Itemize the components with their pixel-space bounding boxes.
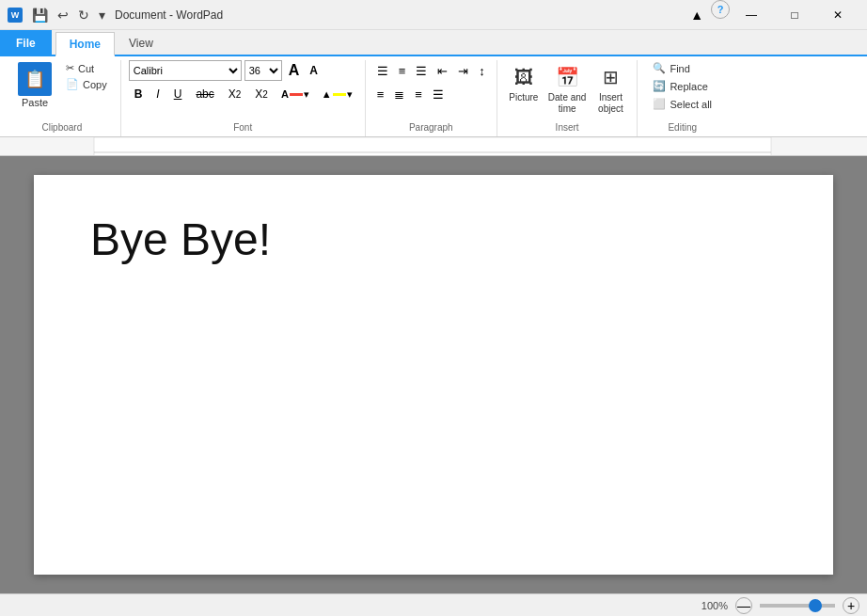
clipboard-content: 📋 Paste ✂ Cut 📄 Copy	[11, 60, 113, 120]
copy-icon: 📄	[66, 78, 79, 90]
align-justify-button[interactable]: ☰	[429, 84, 448, 104]
ribbon-tabs: File Home View	[0, 30, 867, 56]
select-all-button[interactable]: ⬜ Select all	[645, 96, 719, 112]
zoom-in-button[interactable]: +	[843, 597, 859, 614]
status-bar: 100% — +	[0, 593, 867, 616]
paragraph-label: Paragraph	[373, 120, 489, 136]
cut-copy-buttons: ✂ Cut 📄 Copy	[60, 60, 113, 92]
font-color-button[interactable]: A ▾	[276, 84, 314, 104]
paragraph-controls: ☰ ≡ ☰ ⇤ ⇥ ↕ ≡ ≣ ≡ ☰	[373, 60, 489, 104]
document-area[interactable]: Bye Bye!	[0, 156, 867, 593]
highlight-icon: ▲	[322, 88, 332, 100]
app-icon: W	[8, 8, 23, 23]
title-bar: W 💾 ↩ ↻ ▾ Document - WordPad ▲ ? — □ ✕	[0, 0, 867, 30]
align-right-button[interactable]: ≡	[411, 84, 426, 104]
replace-button[interactable]: 🔄 Replace	[645, 78, 719, 94]
maximize-button[interactable]: □	[773, 0, 816, 30]
font-color-swatch	[290, 93, 303, 96]
paste-icon: 📋	[18, 62, 52, 96]
insert-label: Insert	[505, 120, 630, 136]
close-button[interactable]: ✕	[816, 0, 859, 30]
picture-icon: 🖼	[509, 62, 539, 92]
window-controls: ▲ ? — □ ✕	[685, 0, 859, 30]
superscript-button[interactable]: X2	[249, 84, 274, 104]
editing-group: 🔍 Find 🔄 Replace ⬜ Select all Editing	[638, 60, 727, 136]
paste-button[interactable]: 📋 Paste	[11, 60, 58, 110]
line-spacing-button[interactable]: ↕	[475, 60, 489, 81]
replace-label: Replace	[670, 81, 707, 92]
insert-object-button[interactable]: ⊞ Insertobject	[591, 60, 629, 117]
title-bar-left: W 💾 ↩ ↻ ▾ Document - WordPad	[8, 6, 223, 24]
indent-decrease-button[interactable]: ⇤	[434, 60, 451, 81]
ribbon-collapse-button[interactable]: ▲	[685, 0, 709, 30]
insert-content: 🖼 Picture 📅 Date andtime ⊞ Insertobject	[505, 60, 630, 120]
align-center-button[interactable]: ≣	[390, 84, 408, 104]
font-label: Font	[129, 120, 357, 136]
strikethrough-button[interactable]: abc	[190, 84, 219, 104]
font-controls: Calibri Arial Times New Roman 36 891011 …	[129, 60, 357, 104]
help-button[interactable]: ?	[711, 0, 730, 19]
clipboard-group: 📋 Paste ✂ Cut 📄 Copy Clipboard	[4, 60, 121, 136]
underline-button[interactable]: U	[168, 84, 188, 104]
replace-icon: 🔄	[653, 80, 666, 92]
align-left-button[interactable]: ≡	[373, 84, 388, 104]
select-all-icon: ⬜	[653, 98, 666, 110]
find-label: Find	[670, 63, 689, 74]
cut-icon: ✂	[66, 62, 74, 74]
ruler-svg	[0, 137, 867, 155]
page: Bye Bye!	[34, 175, 833, 575]
paragraph-group: ☰ ≡ ☰ ⇤ ⇥ ↕ ≡ ≣ ≡ ☰ Paragraph	[366, 60, 497, 136]
paste-label: Paste	[22, 97, 48, 108]
font-family-select[interactable]: Calibri Arial Times New Roman	[129, 60, 242, 81]
insert-object-icon: ⊞	[595, 62, 625, 92]
subscript-button[interactable]: X2	[223, 84, 247, 104]
datetime-label: Date andtime	[548, 92, 587, 115]
clipboard-label: Clipboard	[11, 120, 113, 136]
zoom-out-button[interactable]: —	[735, 597, 752, 614]
ribbon: 📋 Paste ✂ Cut 📄 Copy Clipboard	[0, 56, 867, 137]
picture-button[interactable]: 🖼 Picture	[505, 60, 543, 104]
font-row-2: B I U abc X2 X2 A ▾ ▲	[129, 84, 357, 104]
undo-button[interactable]: ↩	[54, 6, 72, 24]
customize-qa-button[interactable]: ▾	[95, 6, 109, 24]
tab-file[interactable]: File	[0, 30, 52, 55]
font-grow-button[interactable]: A	[285, 60, 304, 81]
bold-button[interactable]: B	[129, 84, 149, 104]
cut-label: Cut	[78, 63, 94, 74]
paragraph-content: ☰ ≡ ☰ ⇤ ⇥ ↕ ≡ ≣ ≡ ☰	[373, 60, 489, 120]
editing-content: 🔍 Find 🔄 Replace ⬜ Select all	[645, 60, 719, 120]
find-icon: 🔍	[653, 62, 666, 74]
font-content: Calibri Arial Times New Roman 36 891011 …	[129, 60, 357, 120]
font-row-1: Calibri Arial Times New Roman 36 891011 …	[129, 60, 357, 81]
italic-button[interactable]: I	[150, 84, 165, 104]
tab-view[interactable]: View	[115, 30, 167, 55]
copy-label: Copy	[83, 79, 107, 90]
window-title: Document - WordPad	[115, 8, 223, 22]
copy-button[interactable]: 📄 Copy	[60, 76, 113, 92]
zoom-percent: 100%	[701, 600, 728, 611]
para-row-2: ≡ ≣ ≡ ☰	[373, 84, 489, 104]
highlight-button[interactable]: ▲ ▾	[317, 84, 357, 104]
font-shrink-button[interactable]: A	[306, 60, 322, 81]
font-size-select[interactable]: 36 891011 12141618 20242832 4872	[244, 60, 282, 81]
highlight-swatch	[333, 93, 346, 96]
bulletlist-button[interactable]: ≡	[395, 60, 410, 81]
editing-buttons: 🔍 Find 🔄 Replace ⬜ Select all	[645, 60, 719, 112]
find-button[interactable]: 🔍 Find	[645, 60, 719, 76]
document-content[interactable]: Bye Bye!	[90, 213, 777, 267]
insert-object-label: Insertobject	[598, 92, 623, 115]
zoom-slider[interactable]	[760, 604, 835, 608]
font-color-dropdown[interactable]: ▾	[304, 88, 309, 101]
cut-button[interactable]: ✂ Cut	[60, 60, 113, 76]
datetime-button[interactable]: 📅 Date andtime	[544, 60, 591, 117]
datetime-icon: 📅	[552, 62, 582, 92]
save-button[interactable]: 💾	[28, 6, 52, 24]
tab-home[interactable]: Home	[55, 32, 115, 56]
indent-increase-button[interactable]: ⇥	[454, 60, 472, 81]
list-button[interactable]: ☰	[412, 60, 431, 81]
insert-group: 🖼 Picture 📅 Date andtime ⊞ Insertobject …	[497, 60, 638, 136]
minimize-button[interactable]: —	[730, 0, 773, 30]
redo-button[interactable]: ↻	[74, 6, 93, 24]
highlight-dropdown[interactable]: ▾	[347, 88, 353, 101]
numberedlist-button[interactable]: ☰	[373, 60, 392, 81]
